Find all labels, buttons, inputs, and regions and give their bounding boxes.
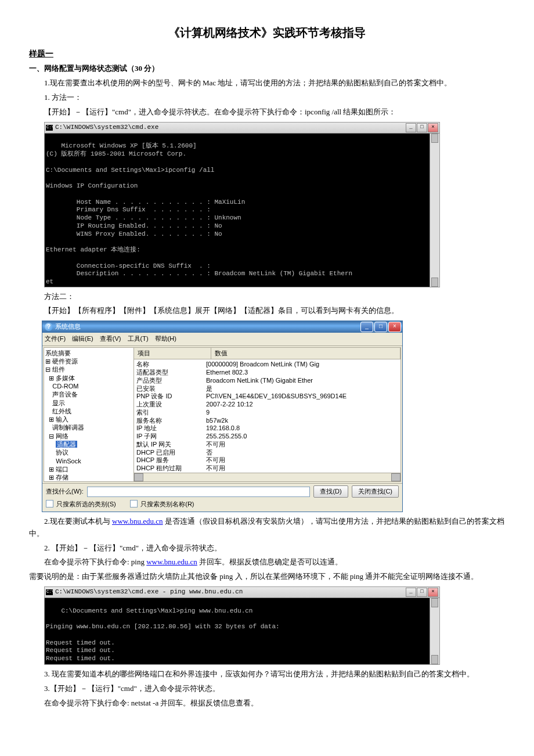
checkbox-selected-category[interactable] [46, 500, 53, 507]
cmd-titlebar[interactable]: C:\WINDOWS\system32\cmd.exe - ping www.b… [45, 587, 439, 598]
cmd-output: Microsoft Windows XP [版本 5.1.2600] (C) 版… [46, 142, 352, 286]
tree-node[interactable]: ⊞ 硬件资源 [45, 357, 132, 365]
sample-heading: 样题一 [29, 48, 505, 60]
method2-text: 【开始】【所有程序】【附件】【系统信息】展开【网络】【适配器】条目，可以看到与网… [29, 305, 505, 317]
section1-heading: 一、网络配置与网络状态测试（30 分） [29, 63, 505, 75]
col-header-value[interactable]: 数值 [211, 348, 400, 359]
a2-text-a: 在命令提示符下执行命令: ping [44, 557, 146, 566]
tree-node[interactable]: ⊟ 组件 [45, 365, 132, 373]
tree-node[interactable]: 红外线 [45, 407, 132, 415]
cmd-icon [46, 589, 53, 595]
cmd-titlebar[interactable]: C:\WINDOWS\system32\cmd.exe _ □ × [45, 123, 439, 134]
menu-edit[interactable]: 编辑(E) [72, 335, 93, 342]
tree-node[interactable]: ⊞ 存储 [45, 473, 132, 481]
cmd-title-text: C:\WINDOWS\system32\cmd.exe [55, 123, 158, 133]
tree-node[interactable]: 声音设备 [45, 390, 132, 398]
question-3: 3. 现在需要知道本机的哪些网络端口在和外界连接中，应该如何办？请写出使用方法，… [29, 668, 505, 681]
close-button[interactable]: × [388, 322, 401, 332]
list-horizontal-scrollbar[interactable] [134, 473, 400, 481]
maximize-button[interactable]: □ [417, 588, 427, 597]
method2-label: 方法二： [29, 291, 505, 303]
checkbox-label-2: 只搜索类别名称(R) [140, 501, 194, 507]
cmd-scrollbar[interactable] [430, 598, 439, 664]
maximize-button[interactable]: □ [374, 322, 387, 332]
cmd-title-text: C:\WINDOWS\system32\cmd.exe - ping www.b… [55, 587, 243, 597]
tree-node[interactable]: ⊟ 网络 [45, 432, 132, 440]
answer-2-step1: 2. 【开始】－【运行】"cmd"，进入命令提示符状态。 [29, 542, 505, 555]
list-headers[interactable]: 项目 数值 [134, 348, 400, 360]
search-input[interactable] [87, 487, 311, 497]
q2-text-a: 2.现在要测试本机与 [44, 517, 112, 525]
tree-node[interactable]: ⊞ 多媒体 [45, 374, 132, 382]
sysinfo-title: 系统信息 [55, 322, 81, 332]
answer-2-step2: 在命令提示符下执行命令: ping www.bnu.edu.cn 并回车。根据反… [29, 556, 505, 568]
minimize-button[interactable]: _ [360, 322, 373, 332]
cmd-window-ping: C:\WINDOWS\system32\cmd.exe - ping www.b… [44, 586, 440, 665]
answer-3-step1: 3.【开始】－【运行】"cmd"，进入命令提示符状态。 [29, 683, 505, 695]
menu-tools[interactable]: 工具(T) [128, 335, 149, 342]
search-label: 查找什么(W): [46, 487, 84, 497]
search-bar: 查找什么(W): 查找(D) 关闭查找(C) 只搜索所选的类别(S) 只搜索类别… [42, 483, 402, 512]
tree-node[interactable]: 显示 [45, 399, 132, 407]
method1-label: 1. 方法一： [29, 92, 505, 104]
tree-pane[interactable]: 系统摘要⊞ 硬件资源⊟ 组件 ⊞ 多媒体 CD-ROM 声音设备 显示 红外线 … [44, 348, 134, 481]
link-bnu[interactable]: www.bnu.edu.cn [112, 517, 163, 525]
checkbox-category-names[interactable] [130, 500, 138, 507]
tree-node[interactable]: CD-ROM [45, 382, 132, 390]
tree-node[interactable]: 协议 [45, 448, 132, 456]
method1-text: 【开始】－【运行】"cmd"，进入命令提示符状态。在命令提示符下执行命令：ipc… [29, 106, 505, 118]
cmd-icon [46, 125, 53, 131]
minimize-button[interactable]: _ [406, 588, 416, 597]
tree-node[interactable]: 系统摘要 [45, 349, 132, 357]
checkbox-label-1: 只搜索所选的类别(S) [56, 501, 116, 507]
link-bnu-2[interactable]: www.bnu.edu.cn [146, 557, 197, 566]
question-2: 2.现在要测试本机与 www.bnu.edu.cn 是否连通（假设目标机器没有安… [29, 516, 505, 540]
answer-2-note: 需要说明的是：由于某些服务器通过防火墙防止其他设备 ping 入，所以在某些网络… [29, 571, 505, 583]
question-1: 1.现在需要查出本机使用的网卡的型号、网卡的 Mac 地址，请写出使用的方法；并… [29, 77, 505, 89]
find-button[interactable]: 查找(D) [313, 485, 348, 498]
a2-text-b: 并回车。根据反馈信息确定是否可以连通。 [197, 557, 342, 566]
close-button[interactable]: × [428, 123, 438, 132]
answer-3-step2: 在命令提示符下执行命令: netstat -a 并回车。根据反馈信息查看。 [29, 697, 505, 710]
close-button[interactable]: × [428, 588, 438, 597]
tree-node[interactable]: WinSock [45, 457, 132, 465]
menu-view[interactable]: 查看(V) [100, 335, 121, 342]
list-rows[interactable]: 名称 适配器类型 产品类型 已安装 PNP 设备 ID 上次重设 索引 服务名称… [134, 359, 400, 472]
tree-node[interactable]: 适配器 [45, 440, 132, 448]
cmd-scrollbar[interactable] [430, 134, 439, 287]
maximize-button[interactable]: □ [417, 123, 427, 132]
menu-bar[interactable]: 文件(F) 编辑(E) 查看(V) 工具(T) 帮助(H) [42, 333, 402, 346]
menu-file[interactable]: 文件(F) [45, 335, 66, 342]
close-find-button[interactable]: 关闭查找(C) [352, 485, 399, 498]
sysinfo-titlebar[interactable]: ? 系统信息 _ □ × [42, 321, 402, 333]
tree-node[interactable]: ⊞ 端口 [45, 465, 132, 473]
tree-node[interactable]: ⊞ 输入 [45, 415, 132, 423]
tree-node[interactable]: 调制解调器 [45, 423, 132, 431]
minimize-button[interactable]: _ [406, 123, 416, 132]
col-header-item[interactable]: 项目 [134, 348, 211, 359]
system-info-window: ? 系统信息 _ □ × 文件(F) 编辑(E) 查看(V) 工具(T) 帮助(… [42, 321, 403, 512]
cmd-window-ipconfig: C:\WINDOWS\system32\cmd.exe _ □ × Micros… [44, 122, 440, 287]
page-title: 《计算机网络技术》实践环节考核指导 [29, 23, 505, 42]
menu-help[interactable]: 帮助(H) [155, 335, 176, 342]
cmd-output: C:\Documents and Settings\Maxl>ping www.… [46, 607, 280, 664]
help-icon: ? [45, 323, 53, 331]
